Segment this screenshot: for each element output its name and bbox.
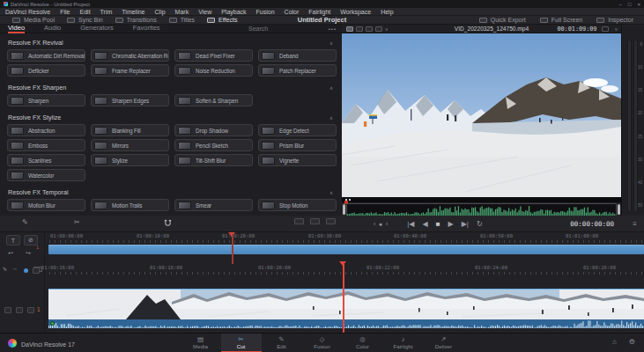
- main-ruler[interactable]: 01:00:16:0001:00:18:0001:00:20:0001:00:2…: [0, 264, 644, 275]
- viewer-option-icon[interactable]: [375, 26, 382, 32]
- lock-icon[interactable]: [4, 307, 11, 313]
- toolbar-button[interactable]: Sync Bin: [67, 17, 103, 23]
- toolbar-button[interactable]: Quick Export: [479, 17, 526, 23]
- menu-item[interactable]: Workspace: [340, 9, 371, 15]
- page-tab[interactable]: ♪ Fairlight: [383, 334, 424, 352]
- stop-button[interactable]: ■: [436, 220, 440, 228]
- play-button[interactable]: ▶: [448, 220, 454, 228]
- timeline-options-icon[interactable]: [326, 218, 336, 224]
- effect-tile[interactable]: Edge Detect: [258, 124, 337, 136]
- menu-item[interactable]: Timeline: [122, 9, 144, 15]
- snapping-magnet-icon[interactable]: [164, 219, 172, 227]
- menu-item[interactable]: DaVinci Resolve: [5, 9, 50, 15]
- effect-tile[interactable]: Sharpen Edges: [91, 94, 169, 106]
- trim-tool-icon[interactable]: ⊘: [24, 235, 38, 246]
- effect-tile[interactable]: Emboss: [7, 139, 85, 151]
- page-tab[interactable]: ↗ Deliver: [424, 334, 464, 352]
- video-preview[interactable]: [342, 33, 621, 197]
- effect-tile[interactable]: Stylize: [91, 154, 169, 166]
- title-tool-icon[interactable]: T: [6, 235, 20, 246]
- window-control-button[interactable]: –: [619, 2, 622, 7]
- menu-item[interactable]: Clip: [155, 9, 166, 15]
- trim-out-handle[interactable]: [618, 204, 620, 215]
- effect-tile[interactable]: Frame Replacer: [91, 64, 169, 77]
- effect-tile[interactable]: Pencil Sketch: [174, 139, 253, 151]
- effect-tile[interactable]: Vignette: [258, 154, 337, 166]
- page-tab[interactable]: ▤ Media: [181, 334, 221, 352]
- chevron-up-icon[interactable]: ∧: [329, 85, 333, 91]
- window-control-button[interactable]: □: [628, 2, 632, 7]
- menu-item[interactable]: Playback: [221, 9, 246, 15]
- effects-tab[interactable]: Audio: [44, 25, 61, 33]
- go-to-end-button[interactable]: ▶|: [462, 220, 469, 228]
- chevron-up-icon[interactable]: ∧: [329, 40, 333, 46]
- menu-item[interactable]: Fusion: [256, 9, 275, 15]
- mute-speaker-icon[interactable]: [16, 307, 23, 313]
- effect-tile[interactable]: Mirrors: [91, 139, 169, 151]
- effects-section-header[interactable]: Resolve FX Temporal ∧: [0, 187, 342, 198]
- hamburger-menu-icon[interactable]: ≡: [633, 220, 637, 228]
- link-indicator-icon[interactable]: [24, 268, 28, 273]
- search-input[interactable]: [248, 26, 303, 32]
- page-tab[interactable]: ◇ Fusion: [302, 334, 343, 352]
- range-tool-icon[interactable]: ↔: [12, 266, 18, 271]
- effect-tile[interactable]: Noise Reduction: [174, 64, 253, 77]
- menu-item[interactable]: View: [198, 9, 211, 15]
- menu-item[interactable]: Help: [381, 9, 393, 15]
- toolbar-button[interactable]: Effects: [207, 17, 237, 23]
- effects-tab[interactable]: Video: [8, 25, 25, 33]
- effect-tile[interactable]: Soften & Sharpen: [174, 94, 253, 106]
- source-tape-mode-icon[interactable]: [356, 26, 363, 32]
- effect-tile[interactable]: Tilt-Shift Blur: [174, 154, 253, 166]
- page-tab[interactable]: ◎ Color: [343, 334, 383, 352]
- settings-gear-icon[interactable]: ⚙: [629, 338, 635, 346]
- menu-item[interactable]: Trim: [100, 9, 113, 15]
- retime-icon[interactable]: ↪: [26, 250, 31, 257]
- window-control-button[interactable]: ×: [637, 2, 640, 7]
- effect-tile[interactable]: Motion Trails: [91, 199, 169, 211]
- effect-tile[interactable]: Dead Pixel Fixer: [174, 49, 253, 62]
- chevron-up-icon[interactable]: ∧: [329, 115, 333, 121]
- effect-tile[interactable]: Smear: [174, 199, 253, 211]
- effect-tile[interactable]: Abstraction: [7, 124, 85, 136]
- timeline-mode-icon[interactable]: [366, 26, 373, 32]
- loop-button[interactable]: ↻: [477, 220, 483, 228]
- effects-section-header[interactable]: Resolve FX Revival ∧: [0, 37, 342, 48]
- source-clip-mode-icon[interactable]: [346, 26, 353, 32]
- effect-tile[interactable]: Watercolor: [7, 169, 85, 181]
- toolbar-button[interactable]: Transitions: [115, 17, 157, 23]
- effect-tile[interactable]: Blanking Fill: [91, 124, 169, 136]
- playhead-line[interactable]: [343, 264, 344, 333]
- effect-tile[interactable]: Drop Shadow: [174, 124, 253, 136]
- effect-tile[interactable]: Sharpen: [7, 94, 85, 106]
- play-reverse-button[interactable]: ◀: [423, 220, 428, 228]
- toolbar-button[interactable]: Media Pool: [12, 17, 55, 23]
- timeline-clip[interactable]: [48, 289, 644, 327]
- page-tab[interactable]: ✎ Edit: [262, 334, 302, 352]
- go-to-start-button[interactable]: |◀: [407, 220, 414, 228]
- transform-chevron-icon[interactable]: ∨: [614, 26, 618, 32]
- trim-in-handle[interactable]: [343, 204, 345, 215]
- effect-tile[interactable]: Patch Replacer: [258, 64, 337, 77]
- menu-item[interactable]: Color: [285, 9, 300, 15]
- curve-tool-icon[interactable]: ✎: [3, 266, 7, 272]
- resync-icon[interactable]: ↩: [8, 250, 13, 257]
- monitor-icon[interactable]: [27, 307, 34, 313]
- effect-tile[interactable]: Chromatic Aberration Rem...: [91, 49, 169, 62]
- jog-control[interactable]: ‹●›: [374, 221, 388, 227]
- toolbar-button[interactable]: Titles: [169, 17, 195, 23]
- page-tab[interactable]: ✂ Cut: [221, 334, 262, 352]
- menu-item[interactable]: Edit: [80, 9, 91, 15]
- pen-tool-icon[interactable]: ✎: [22, 218, 28, 226]
- menu-item[interactable]: Mark: [175, 9, 189, 15]
- effect-tile[interactable]: Stop Motion: [258, 199, 337, 211]
- toolbar-button[interactable]: Inspector: [596, 17, 633, 23]
- toolbar-button[interactable]: Full Screen: [540, 17, 582, 23]
- split-scissors-icon[interactable]: ✂: [74, 218, 80, 226]
- marker-tool-icon[interactable]: [310, 218, 320, 224]
- effect-tile[interactable]: Motion Blur: [7, 199, 85, 211]
- timeline-overview-bar[interactable]: [48, 245, 644, 254]
- effect-tile[interactable]: Prism Blur: [258, 139, 337, 151]
- effect-tile[interactable]: Scanlines: [7, 154, 85, 166]
- effect-tile[interactable]: Automatic Dirt Removal: [7, 49, 85, 62]
